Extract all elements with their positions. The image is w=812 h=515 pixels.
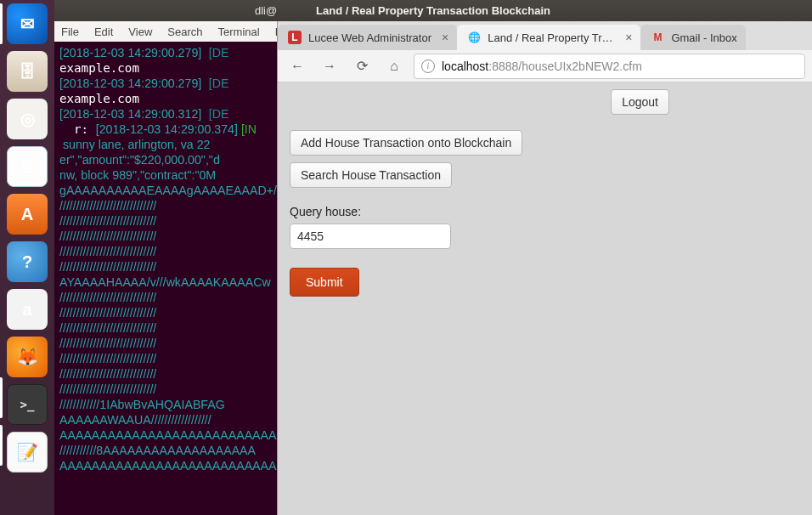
launcher-terminal[interactable]: >_ [7,384,48,425]
back-button[interactable]: ← [285,54,310,79]
query-house-input[interactable] [290,224,451,249]
tab-strip: L Lucee Web Administrator × 🌐 Land / Rea… [278,21,812,50]
launcher: ✉ 🗄 ◎ ≣ A ? a 🦊 >_ 📝 [0,0,54,515]
terminal-title-user: dli@ [255,4,277,17]
launcher-help[interactable]: ? [7,241,48,282]
mail-icon: ✉ [20,14,35,34]
url-host: localhost [442,59,488,73]
menu-terminal[interactable]: Terminal [218,25,260,38]
logout-button[interactable]: Logout [611,89,669,115]
url-path: :8888/houseUIx2bNEW2.cfm [488,59,642,73]
drawer-icon: 🗄 [19,62,36,82]
launcher-files[interactable]: 🗄 [7,51,48,92]
tab-gmail[interactable]: M Gmail - Inbox [640,25,745,50]
firefox-window: L Lucee Web Administrator × 🌐 Land / Rea… [277,21,812,515]
reload-icon: ⟳ [357,58,368,74]
tab-land-property[interactable]: 🌐 Land / Real Property Transa × [457,25,640,50]
reload-button[interactable]: ⟳ [349,54,375,79]
launcher-software[interactable]: A [7,194,48,235]
nav-toolbar: ← → ⟳ ⌂ i localhost:8888/houseUIx2bNEW2.… [278,50,812,82]
tab-label: Land / Real Property Transa [488,31,615,44]
amazon-icon: a [22,300,31,320]
home-button[interactable]: ⌂ [381,54,407,79]
running-indicator [0,3,3,44]
gmail-icon: M [651,31,664,44]
tab-lucee[interactable]: L Lucee Web Administrator × [278,25,457,50]
add-transaction-button[interactable]: Add House Transaction onto Blockchain [290,130,522,156]
globe-icon: 🌐 [467,31,481,44]
terminal-menubar: File Edit View Search Terminal H [54,21,277,42]
launcher-amazon[interactable]: a [7,289,48,330]
launcher-firefox[interactable]: 🦊 [7,337,48,377]
notepad-icon: 📝 [17,442,38,462]
submit-button[interactable]: Submit [290,268,359,297]
window-titlebar: dli@ Land / Real Property Transaction Bl… [54,0,812,21]
tab-label: Lucee Web Administrator [308,31,431,44]
terminal-icon: >_ [20,398,35,411]
speaker-icon: ◎ [20,109,35,129]
menu-edit[interactable]: Edit [94,25,113,38]
running-indicator [0,377,3,418]
arrow-right-icon: → [323,59,336,74]
terminal-window: File Edit View Search Terminal H [2018-1… [54,21,277,515]
menu-file[interactable]: File [61,25,79,38]
menu-search[interactable]: Search [167,25,202,38]
window-title: Land / Real Property Transaction Blockch… [316,4,550,17]
info-icon[interactable]: i [421,59,435,73]
launcher-rhythmbox[interactable]: ◎ [7,99,48,139]
document-icon: ≣ [20,156,35,177]
forward-button[interactable]: → [317,54,342,79]
close-icon[interactable]: × [625,31,632,44]
launcher-thunderbird[interactable]: ✉ [7,3,48,44]
bag-icon: A [21,205,33,224]
running-indicator [0,425,3,466]
home-icon: ⌂ [390,59,398,74]
launcher-libreoffice[interactable]: ≣ [7,146,48,187]
arrow-left-icon: ← [290,59,304,74]
help-icon: ? [22,252,32,272]
menu-view[interactable]: View [128,25,152,38]
query-house-label: Query house: [290,205,800,218]
page-content: Logout Add House Transaction onto Blockc… [278,82,812,515]
launcher-gedit[interactable]: 📝 [7,432,48,473]
close-icon[interactable]: × [442,31,448,44]
firefox-icon: 🦊 [17,347,38,367]
url-bar[interactable]: i localhost:8888/houseUIx2bNEW2.cfm [414,54,805,79]
terminal-output[interactable]: [2018-12-03 14:29:00.279] [DE example.co… [54,42,277,477]
search-transaction-button[interactable]: Search House Transaction [290,162,452,188]
lucee-icon: L [288,31,302,44]
tab-label: Gmail - Inbox [671,31,736,44]
